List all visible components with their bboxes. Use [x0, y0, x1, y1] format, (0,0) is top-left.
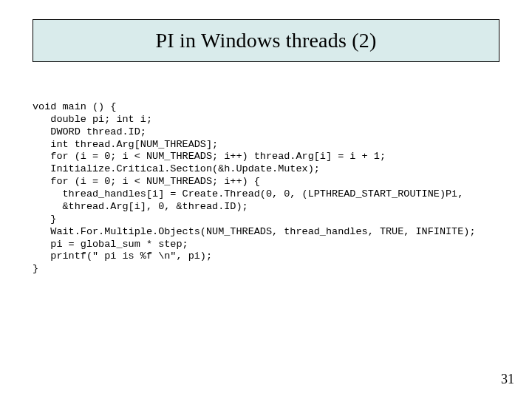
code-line: pi = global_sum * step; — [33, 239, 188, 250]
slide-title: PI in Windows threads (2) — [156, 29, 377, 52]
page-number: 31 — [501, 372, 514, 387]
code-line: int thread.Arg[NUM_THREADS]; — [33, 139, 218, 150]
code-line: printf(" pi is %f \n", pi); — [33, 250, 212, 262]
code-line: DWORD thread.ID; — [33, 126, 146, 137]
code-line: for (i = 0; i < NUM_THREADS; i++) thread… — [33, 151, 386, 162]
code-line: double pi; int i; — [33, 114, 152, 125]
code-line: Initialize.Critical.Section(&h.Update.Mu… — [33, 163, 320, 174]
code-line: Wait.For.Multiple.Objects(NUM_THREADS, t… — [33, 226, 476, 237]
code-line: &thread.Arg[i], 0, &thread.ID); — [33, 201, 248, 212]
code-block: void main () { double pi; int i; DWORD t… — [33, 89, 499, 276]
code-line: } — [33, 214, 56, 225]
code-line: for (i = 0; i < NUM_THREADS; i++) { — [33, 176, 260, 187]
code-line: void main () { — [33, 101, 116, 112]
code-line: } — [33, 263, 38, 274]
slide-title-box: PI in Windows threads (2) — [33, 19, 499, 62]
code-line: thread_handles[i] = Create.Thread(0, 0, … — [33, 188, 463, 200]
